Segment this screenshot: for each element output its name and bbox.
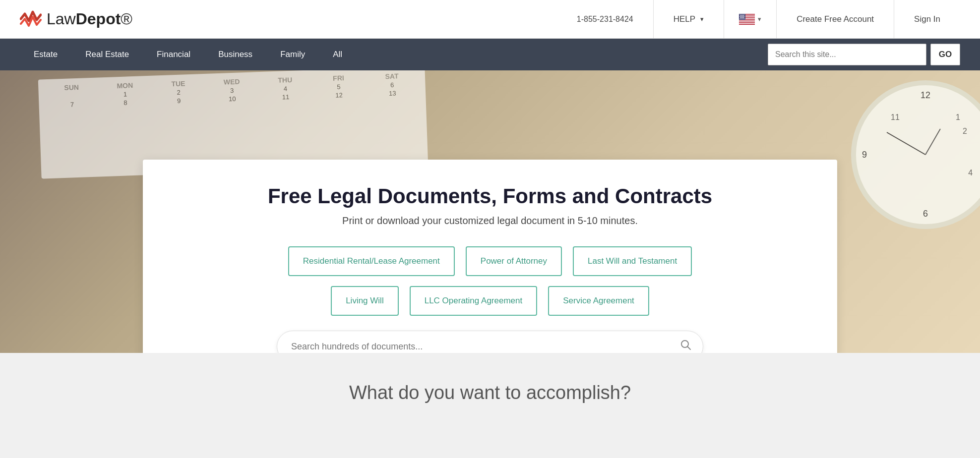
top-bar: LawDepot® 1-855-231-8424 HELP xyxy=(0,0,980,39)
doc-button-living-will[interactable]: Living Will xyxy=(331,286,399,316)
svg-point-17 xyxy=(739,16,740,17)
top-right-nav: 1-855-231-8424 HELP xyxy=(557,0,960,39)
nav-go-button[interactable]: GO xyxy=(930,44,960,65)
svg-point-22 xyxy=(740,17,741,18)
doc-button-llc[interactable]: LLC Operating Agreement xyxy=(410,286,538,316)
nav-items: Estate Real Estate Financial Business Fa… xyxy=(20,39,768,70)
svg-point-10 xyxy=(742,14,743,15)
svg-point-25 xyxy=(743,17,744,18)
doc-button-rental[interactable]: Residential Rental/Lease Agreement xyxy=(288,246,455,276)
clock-decoration: 12 3 6 9 2 11 1 4 xyxy=(851,80,980,229)
nav-item-estate[interactable]: Estate xyxy=(20,39,71,70)
hero-card: Free Legal Documents, Forms and Contract… xyxy=(143,160,837,353)
doc-buttons-row-1: Residential Rental/Lease Agreement Power… xyxy=(173,246,807,276)
search-icon xyxy=(680,340,691,353)
svg-point-21 xyxy=(744,16,745,17)
country-selector[interactable]: ▾ xyxy=(724,0,777,39)
logo-icon xyxy=(20,10,42,29)
doc-button-will[interactable]: Last Will and Testament xyxy=(573,246,692,276)
svg-point-11 xyxy=(743,14,744,15)
hero-title: Free Legal Documents, Forms and Contract… xyxy=(173,184,807,208)
svg-point-16 xyxy=(743,15,744,16)
create-account-button[interactable]: Create Free Account xyxy=(777,0,894,39)
svg-point-19 xyxy=(742,16,743,17)
bottom-section: What do you want to accomplish? xyxy=(0,353,980,432)
svg-point-15 xyxy=(742,15,743,16)
doc-button-service[interactable]: Service Agreement xyxy=(548,286,649,316)
chevron-down-icon: ▾ xyxy=(758,15,761,23)
help-button[interactable]: HELP xyxy=(654,0,724,39)
svg-point-28 xyxy=(742,18,743,19)
logo-text: LawDepot® xyxy=(47,10,132,28)
svg-rect-5 xyxy=(739,21,755,22)
svg-point-20 xyxy=(743,16,744,17)
svg-point-23 xyxy=(741,17,742,18)
doc-buttons-row-2: Living Will LLC Operating Agreement Serv… xyxy=(173,286,807,316)
svg-line-32 xyxy=(688,347,691,350)
doc-search-container xyxy=(173,331,807,353)
svg-point-18 xyxy=(741,16,742,17)
nav-search-area: GO xyxy=(768,44,960,65)
phone-number: 1-855-231-8424 xyxy=(557,0,654,39)
doc-button-poa[interactable]: Power of Attorney xyxy=(466,246,562,276)
nav-item-real-estate[interactable]: Real Estate xyxy=(71,39,143,70)
doc-search-inner xyxy=(277,331,703,353)
nav-item-family[interactable]: Family xyxy=(266,39,319,70)
svg-point-24 xyxy=(742,17,743,18)
nav-item-business[interactable]: Business xyxy=(204,39,266,70)
svg-point-13 xyxy=(740,15,741,16)
nav-bar: Estate Real Estate Financial Business Fa… xyxy=(0,39,980,70)
logo[interactable]: LawDepot® xyxy=(20,10,132,29)
svg-point-12 xyxy=(744,14,745,15)
svg-point-29 xyxy=(743,18,744,19)
svg-point-8 xyxy=(739,14,740,15)
hero-subtitle: Print or download your customized legal … xyxy=(173,215,807,227)
svg-point-9 xyxy=(741,14,742,15)
us-flag-icon xyxy=(739,14,755,25)
svg-rect-6 xyxy=(739,23,755,24)
bottom-title: What do you want to accomplish? xyxy=(349,382,631,403)
svg-point-30 xyxy=(744,18,745,19)
nav-item-financial[interactable]: Financial xyxy=(143,39,204,70)
hero-section: SUN MON TUE WED THU FRI SAT 1 2 3 4 5 6 … xyxy=(0,70,980,353)
svg-point-27 xyxy=(741,18,742,19)
nav-search-input[interactable] xyxy=(768,44,926,65)
doc-search-input[interactable] xyxy=(277,331,703,353)
svg-rect-4 xyxy=(739,19,755,20)
svg-point-26 xyxy=(739,18,740,19)
sign-in-button[interactable]: Sign In xyxy=(894,0,960,39)
svg-point-14 xyxy=(741,15,742,16)
nav-item-all[interactable]: All xyxy=(319,39,356,70)
